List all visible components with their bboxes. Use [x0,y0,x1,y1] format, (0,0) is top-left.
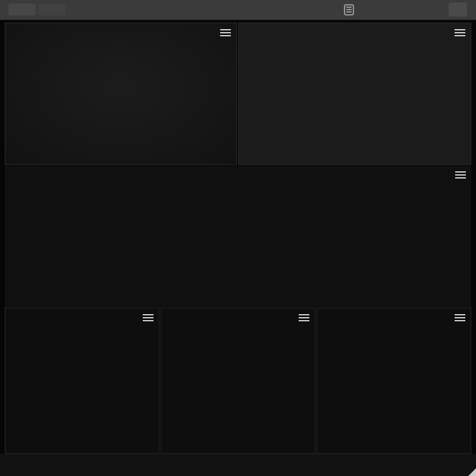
resize-grip[interactable] [468,468,476,476]
level-meters [239,23,471,164]
help-button[interactable] [449,2,467,17]
surround-scope-panel [161,308,315,454]
panel-menu-icon[interactable] [299,314,309,322]
panel-menu-icon[interactable] [455,171,466,179]
spectrum-analyzer [5,165,471,307]
footer [0,454,476,476]
toolbar [0,0,476,20]
density-scope [317,308,471,453]
surround-scope [161,308,315,453]
report-list-icon[interactable] [344,4,354,15]
correlation-web-panel [5,23,237,165]
panel-menu-icon[interactable] [220,29,231,37]
undo-button[interactable] [8,4,36,15]
panel-menu-icon[interactable] [455,314,465,322]
panel-menu-icon[interactable] [455,29,465,37]
correlation-matrix-panel [5,308,159,454]
brand-text [0,454,476,476]
correlation-web [5,23,236,164]
redo-button[interactable] [38,4,65,15]
density-scope-panel [317,308,471,454]
level-meters-panel [238,23,471,165]
spectrum-analyzer-panel [5,165,471,307]
panel-menu-icon[interactable] [143,314,154,322]
correlation-matrix [5,308,159,453]
